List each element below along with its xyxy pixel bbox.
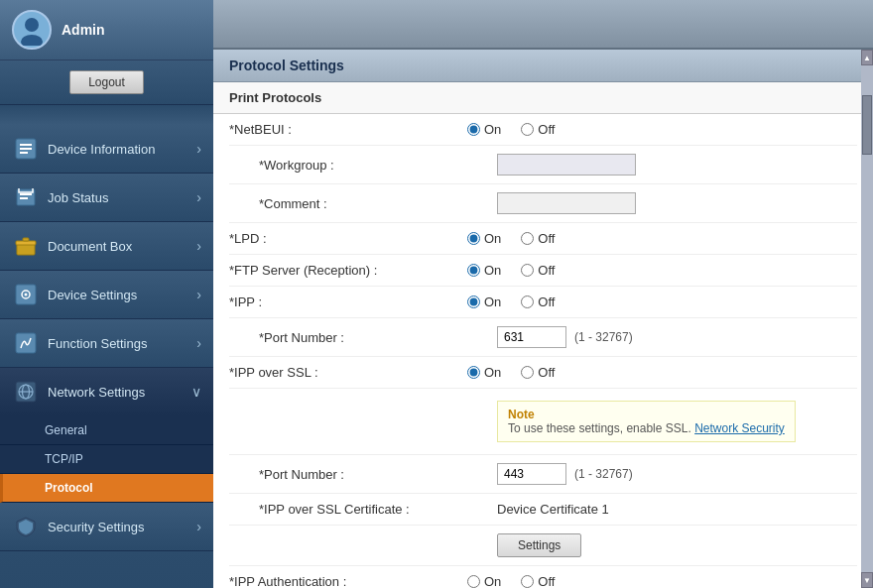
network-security-link[interactable]: Network Security bbox=[694, 421, 785, 435]
workgroup-label: *Workgroup : bbox=[259, 158, 497, 173]
nav-function-settings[interactable]: Function Settings › bbox=[0, 319, 213, 368]
nav-job-status[interactable]: Job Status › bbox=[0, 174, 213, 222]
svg-rect-4 bbox=[20, 148, 32, 150]
nav-device-information[interactable]: Device Information › bbox=[0, 125, 213, 174]
ipp-auth-on[interactable]: On bbox=[467, 574, 501, 588]
comment-input[interactable] bbox=[497, 192, 636, 214]
nav-security-settings[interactable]: Security Settings › bbox=[0, 503, 213, 551]
nav-document-box[interactable]: Document Box › bbox=[0, 222, 213, 271]
nav-device-settings-arrow: › bbox=[196, 287, 201, 302]
netbeui-on[interactable]: On bbox=[467, 122, 501, 137]
field-comment: *Comment : bbox=[229, 184, 857, 223]
svg-rect-5 bbox=[20, 152, 28, 154]
field-netbeui: *NetBEUI : On Off bbox=[229, 114, 857, 146]
nav-sub-protocol[interactable]: Protocol bbox=[0, 474, 213, 503]
logout-section: Logout bbox=[0, 60, 213, 105]
ftp-controls: On Off bbox=[467, 263, 857, 278]
svg-point-1 bbox=[21, 35, 43, 46]
note-text: To use these settings, enable SSL. bbox=[508, 421, 691, 435]
nav-sub-tcpip[interactable]: TCP/IP bbox=[0, 445, 213, 474]
svg-point-14 bbox=[25, 294, 28, 296]
nav-document-box-arrow: › bbox=[196, 238, 201, 254]
ipp-auth-label: *IPP Authentication : bbox=[229, 574, 467, 588]
ipp-port-range: (1 - 32767) bbox=[574, 330, 633, 344]
netbeui-off[interactable]: Off bbox=[521, 122, 555, 137]
logout-button[interactable]: Logout bbox=[69, 70, 144, 94]
scroll-down-button[interactable]: ▼ bbox=[861, 572, 873, 588]
lpd-off[interactable]: Off bbox=[521, 231, 555, 246]
svg-rect-3 bbox=[20, 144, 32, 146]
lpd-on[interactable]: On bbox=[467, 231, 501, 246]
ftp-on[interactable]: On bbox=[467, 263, 501, 278]
username-label: Admin bbox=[62, 22, 105, 38]
field-ipp-ssl-settings: Settings bbox=[229, 526, 857, 566]
function-icon bbox=[12, 329, 40, 357]
user-section: Admin bbox=[0, 0, 213, 60]
field-ipp-ssl: *IPP over SSL : On Off bbox=[229, 357, 857, 389]
svg-rect-10 bbox=[16, 241, 36, 245]
security-icon bbox=[12, 513, 40, 540]
ipp-ssl-on[interactable]: On bbox=[467, 365, 501, 380]
workgroup-input[interactable] bbox=[497, 154, 636, 176]
nav-network-settings-label: Network Settings bbox=[48, 385, 191, 400]
netbeui-controls: On Off bbox=[467, 122, 857, 137]
ipp-ssl-port-input[interactable]: 443 bbox=[497, 463, 566, 485]
comment-label: *Comment : bbox=[259, 196, 497, 211]
ipp-ssl-port-range: (1 - 32767) bbox=[574, 467, 633, 481]
scroll-track[interactable] bbox=[861, 65, 873, 572]
ipp-ssl-port-label: *Port Number : bbox=[259, 467, 497, 482]
page-title-bar: Protocol Settings bbox=[213, 50, 873, 82]
ipp-auth-off[interactable]: Off bbox=[521, 574, 555, 588]
ipp-ssl-settings-controls: Settings bbox=[497, 533, 857, 557]
field-ipp-auth: *IPP Authentication : On Off bbox=[229, 566, 857, 588]
content-area[interactable]: Print Protocols *NetBEUI : On Off bbox=[213, 82, 873, 588]
settings-icon bbox=[12, 281, 40, 308]
ipp-auth-controls: On Off bbox=[467, 574, 857, 588]
nav-function-settings-label: Function Settings bbox=[48, 336, 196, 351]
nav-security-settings-arrow: › bbox=[196, 519, 201, 534]
nav-sub-general[interactable]: General bbox=[0, 416, 213, 445]
ipp-ssl-note-box: Note To use these settings, enable SSL. … bbox=[497, 401, 796, 442]
nav-sub-network: General TCP/IP Protocol bbox=[0, 416, 213, 503]
ftp-label: *FTP Server (Reception) : bbox=[229, 263, 467, 278]
note-label: Note bbox=[508, 408, 535, 421]
ipp-ssl-cert-value: Device Certificate 1 bbox=[497, 502, 609, 517]
ipp-off[interactable]: Off bbox=[521, 294, 555, 309]
ipp-ssl-off[interactable]: Off bbox=[521, 365, 555, 380]
ipp-ssl-controls: On Off bbox=[467, 365, 857, 380]
ipp-port-input[interactable]: 631 bbox=[497, 326, 566, 348]
ipp-on[interactable]: On bbox=[467, 294, 501, 309]
netbeui-label: *NetBEUI : bbox=[229, 122, 467, 137]
nav-document-box-label: Document Box bbox=[48, 239, 196, 254]
field-ftp: *FTP Server (Reception) : On Off bbox=[229, 255, 857, 287]
ipp-ssl-label: *IPP over SSL : bbox=[229, 365, 467, 380]
field-ipp-ssl-note: Note To use these settings, enable SSL. … bbox=[229, 389, 857, 455]
main-content: Protocol Settings Print Protocols *NetBE… bbox=[213, 50, 873, 588]
nav-function-settings-arrow: › bbox=[196, 335, 201, 351]
sidebar: Admin Logout Device Information › Job St… bbox=[0, 0, 213, 588]
svg-point-0 bbox=[25, 18, 39, 32]
ipp-controls: On Off bbox=[467, 294, 857, 309]
scrollbar[interactable]: ▲ ▼ bbox=[861, 50, 873, 588]
scroll-thumb[interactable] bbox=[862, 95, 872, 155]
ipp-ssl-port-controls: 443 (1 - 32767) bbox=[497, 463, 857, 485]
comment-controls bbox=[497, 192, 857, 214]
nav-device-information-label: Device Information bbox=[48, 142, 196, 157]
nav-job-status-label: Job Status bbox=[48, 190, 196, 205]
job-icon bbox=[12, 183, 40, 211]
svg-rect-7 bbox=[20, 193, 32, 195]
ipp-port-label: *Port Number : bbox=[259, 330, 497, 345]
ipp-ssl-cert-label: *IPP over SSL Certificate : bbox=[259, 502, 497, 517]
main-header bbox=[213, 0, 873, 50]
scroll-up-button[interactable]: ▲ bbox=[861, 50, 873, 65]
ipp-ssl-cert-controls: Device Certificate 1 bbox=[497, 502, 857, 517]
page-title: Protocol Settings bbox=[229, 58, 344, 73]
ftp-off[interactable]: Off bbox=[521, 263, 555, 278]
lpd-controls: On Off bbox=[467, 231, 857, 246]
settings-button[interactable]: Settings bbox=[497, 533, 581, 557]
ipp-port-controls: 631 (1 - 32767) bbox=[497, 326, 857, 348]
field-ipp: *IPP : On Off bbox=[229, 287, 857, 318]
nav-network-settings[interactable]: Network Settings ∨ bbox=[0, 368, 213, 416]
field-ipp-ssl-port: *Port Number : 443 (1 - 32767) bbox=[229, 455, 857, 494]
nav-device-settings[interactable]: Device Settings › bbox=[0, 271, 213, 319]
